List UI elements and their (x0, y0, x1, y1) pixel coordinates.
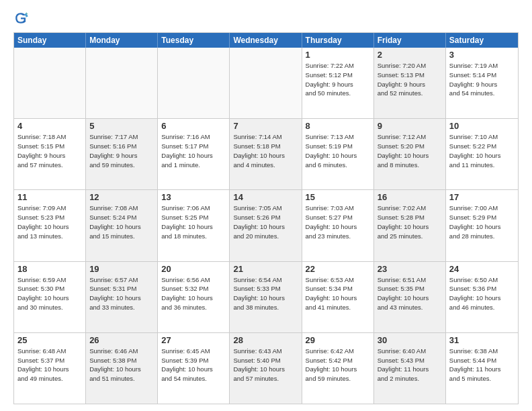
calendar-cell: 12Sunrise: 7:08 AMSunset: 5:24 PMDayligh… (86, 190, 158, 261)
day-info: Sunrise: 6:50 AMSunset: 5:36 PMDaylight:… (449, 275, 515, 312)
calendar-row: 18Sunrise: 6:59 AMSunset: 5:30 PMDayligh… (14, 262, 518, 333)
day-number: 3 (449, 50, 515, 60)
weekday-header: Monday (86, 33, 158, 48)
day-info: Sunrise: 6:40 AMSunset: 5:43 PMDaylight:… (378, 347, 442, 383)
calendar-cell: 11Sunrise: 7:09 AMSunset: 5:23 PMDayligh… (14, 190, 86, 261)
day-info: Sunrise: 6:57 AMSunset: 5:31 PMDaylight:… (89, 275, 154, 312)
day-info: Sunrise: 6:51 AMSunset: 5:35 PMDaylight:… (378, 275, 442, 312)
day-number: 25 (17, 335, 82, 345)
day-info: Sunrise: 6:56 AMSunset: 5:32 PMDaylight:… (161, 275, 226, 312)
day-number: 13 (161, 192, 226, 202)
calendar-cell: 8Sunrise: 7:13 AMSunset: 5:19 PMDaylight… (302, 119, 374, 189)
day-info: Sunrise: 7:06 AMSunset: 5:25 PMDaylight:… (161, 203, 226, 240)
calendar-cell: 25Sunrise: 6:48 AMSunset: 5:37 PMDayligh… (14, 333, 86, 404)
day-number: 7 (233, 121, 298, 131)
calendar-cell: 29Sunrise: 6:42 AMSunset: 5:42 PMDayligh… (302, 333, 374, 404)
calendar-cell: 17Sunrise: 7:00 AMSunset: 5:29 PMDayligh… (446, 190, 518, 261)
calendar-cell: 2Sunrise: 7:20 AMSunset: 5:13 PMDaylight… (374, 48, 446, 118)
day-number: 19 (89, 264, 154, 274)
calendar-cell: 14Sunrise: 7:05 AMSunset: 5:26 PMDayligh… (230, 190, 302, 261)
day-number: 28 (233, 335, 298, 345)
day-info: Sunrise: 7:12 AMSunset: 5:20 PMDaylight:… (378, 132, 442, 169)
calendar-cell: 7Sunrise: 7:14 AMSunset: 5:18 PMDaylight… (230, 119, 302, 189)
day-number: 1 (306, 50, 370, 60)
calendar-cell (158, 48, 230, 118)
day-info: Sunrise: 7:20 AMSunset: 5:13 PMDaylight:… (378, 61, 442, 98)
day-number: 20 (161, 264, 226, 274)
weekday-header: Saturday (446, 33, 518, 48)
calendar-cell: 4Sunrise: 7:18 AMSunset: 5:15 PMDaylight… (14, 119, 86, 189)
calendar-cell: 6Sunrise: 7:16 AMSunset: 5:17 PMDaylight… (158, 119, 230, 189)
calendar-row: 11Sunrise: 7:09 AMSunset: 5:23 PMDayligh… (14, 190, 518, 261)
day-number: 11 (17, 192, 82, 202)
calendar-cell: 1Sunrise: 7:22 AMSunset: 5:12 PMDaylight… (302, 48, 374, 118)
calendar-cell: 24Sunrise: 6:50 AMSunset: 5:36 PMDayligh… (446, 262, 518, 332)
day-number: 30 (378, 335, 442, 345)
day-number: 15 (306, 192, 370, 202)
day-info: Sunrise: 7:13 AMSunset: 5:19 PMDaylight:… (306, 132, 370, 169)
day-number: 26 (89, 335, 154, 345)
day-number: 4 (17, 121, 82, 131)
day-number: 31 (449, 335, 515, 345)
day-number: 9 (378, 121, 442, 131)
day-info: Sunrise: 7:18 AMSunset: 5:15 PMDaylight:… (17, 132, 82, 169)
day-info: Sunrise: 6:54 AMSunset: 5:33 PMDaylight:… (233, 275, 298, 312)
page: SundayMondayTuesdayWednesdayThursdayFrid… (0, 0, 532, 411)
calendar-cell: 20Sunrise: 6:56 AMSunset: 5:32 PMDayligh… (158, 262, 230, 332)
calendar-cell: 10Sunrise: 7:10 AMSunset: 5:22 PMDayligh… (446, 119, 518, 189)
calendar-cell (14, 48, 86, 118)
weekday-header: Sunday (14, 33, 86, 48)
day-info: Sunrise: 7:05 AMSunset: 5:26 PMDaylight:… (233, 203, 298, 240)
day-info: Sunrise: 6:45 AMSunset: 5:39 PMDaylight:… (161, 347, 226, 383)
calendar-cell: 13Sunrise: 7:06 AMSunset: 5:25 PMDayligh… (158, 190, 230, 261)
day-number: 5 (89, 121, 154, 131)
day-info: Sunrise: 7:22 AMSunset: 5:12 PMDaylight:… (306, 61, 370, 98)
calendar-cell: 18Sunrise: 6:59 AMSunset: 5:30 PMDayligh… (14, 262, 86, 332)
day-info: Sunrise: 7:16 AMSunset: 5:17 PMDaylight:… (161, 132, 226, 169)
day-info: Sunrise: 6:38 AMSunset: 5:44 PMDaylight:… (449, 347, 515, 383)
weekday-header: Friday (374, 33, 446, 48)
day-info: Sunrise: 6:59 AMSunset: 5:30 PMDaylight:… (17, 275, 82, 312)
calendar-cell: 15Sunrise: 7:03 AMSunset: 5:27 PMDayligh… (302, 190, 374, 261)
day-info: Sunrise: 6:53 AMSunset: 5:34 PMDaylight:… (306, 275, 370, 312)
calendar-cell: 5Sunrise: 7:17 AMSunset: 5:16 PMDaylight… (86, 119, 158, 189)
calendar-cell: 21Sunrise: 6:54 AMSunset: 5:33 PMDayligh… (230, 262, 302, 332)
day-info: Sunrise: 7:19 AMSunset: 5:14 PMDaylight:… (449, 61, 515, 98)
weekday-header: Wednesday (230, 33, 302, 48)
day-info: Sunrise: 6:46 AMSunset: 5:38 PMDaylight:… (89, 347, 154, 383)
day-info: Sunrise: 7:14 AMSunset: 5:18 PMDaylight:… (233, 132, 298, 169)
day-number: 2 (378, 50, 442, 60)
day-number: 16 (378, 192, 442, 202)
calendar-cell (230, 48, 302, 118)
calendar-row: 4Sunrise: 7:18 AMSunset: 5:15 PMDaylight… (14, 119, 518, 190)
day-info: Sunrise: 6:42 AMSunset: 5:42 PMDaylight:… (306, 347, 370, 383)
day-info: Sunrise: 7:08 AMSunset: 5:24 PMDaylight:… (89, 203, 154, 240)
calendar-cell: 9Sunrise: 7:12 AMSunset: 5:20 PMDaylight… (374, 119, 446, 189)
calendar-cell: 19Sunrise: 6:57 AMSunset: 5:31 PMDayligh… (86, 262, 158, 332)
day-number: 24 (449, 264, 515, 274)
day-number: 22 (306, 264, 370, 274)
calendar-cell: 31Sunrise: 6:38 AMSunset: 5:44 PMDayligh… (446, 333, 518, 404)
day-number: 10 (449, 121, 515, 131)
calendar-cell: 3Sunrise: 7:19 AMSunset: 5:14 PMDaylight… (446, 48, 518, 118)
calendar-cell: 23Sunrise: 6:51 AMSunset: 5:35 PMDayligh… (374, 262, 446, 332)
calendar-header: SundayMondayTuesdayWednesdayThursdayFrid… (14, 33, 518, 48)
calendar-cell: 27Sunrise: 6:45 AMSunset: 5:39 PMDayligh… (158, 333, 230, 404)
day-number: 23 (378, 264, 442, 274)
day-info: Sunrise: 7:17 AMSunset: 5:16 PMDaylight:… (89, 132, 154, 169)
calendar-cell: 22Sunrise: 6:53 AMSunset: 5:34 PMDayligh… (302, 262, 374, 332)
day-number: 6 (161, 121, 226, 131)
calendar-cell: 26Sunrise: 6:46 AMSunset: 5:38 PMDayligh… (86, 333, 158, 404)
calendar-cell (86, 48, 158, 118)
day-info: Sunrise: 7:09 AMSunset: 5:23 PMDaylight:… (17, 203, 82, 240)
weekday-header: Thursday (302, 33, 374, 48)
day-info: Sunrise: 6:43 AMSunset: 5:40 PMDaylight:… (233, 347, 298, 383)
calendar-body: 1Sunrise: 7:22 AMSunset: 5:12 PMDaylight… (14, 48, 518, 404)
calendar: SundayMondayTuesdayWednesdayThursdayFrid… (13, 32, 519, 404)
calendar-cell: 28Sunrise: 6:43 AMSunset: 5:40 PMDayligh… (230, 333, 302, 404)
day-number: 17 (449, 192, 515, 202)
day-number: 14 (233, 192, 298, 202)
day-info: Sunrise: 7:10 AMSunset: 5:22 PMDaylight:… (449, 132, 515, 169)
calendar-row: 25Sunrise: 6:48 AMSunset: 5:37 PMDayligh… (14, 333, 518, 404)
day-info: Sunrise: 7:00 AMSunset: 5:29 PMDaylight:… (449, 203, 515, 240)
